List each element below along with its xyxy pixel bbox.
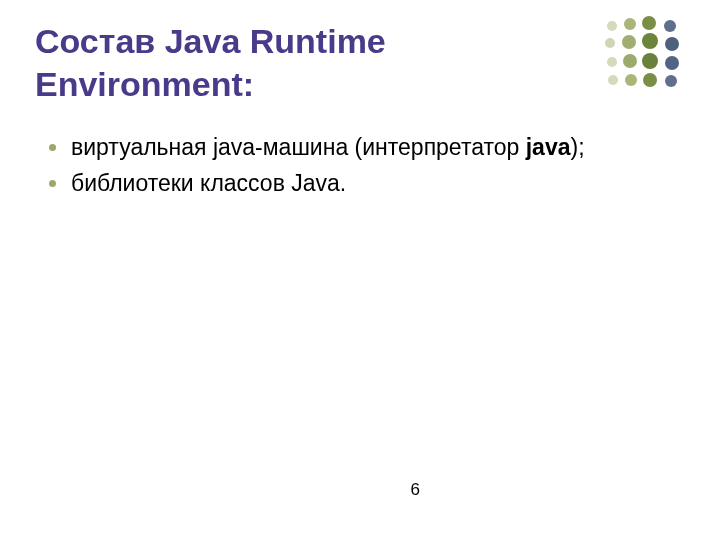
- decoration-dot: [665, 37, 679, 51]
- decoration-dot: [642, 16, 656, 30]
- decoration-dot: [623, 54, 637, 68]
- bullet-text-pre: виртуальная java-машина (интерпретатор: [71, 134, 526, 160]
- decoration-dot: [665, 75, 677, 87]
- bullet-text-pre: библиотеки классов Java.: [71, 170, 346, 196]
- corner-decoration: [582, 18, 702, 108]
- decoration-dot: [624, 18, 636, 30]
- decoration-dot: [608, 75, 618, 85]
- decoration-dot: [607, 21, 617, 31]
- slide: Состав Java Runtime Environment: виртуал…: [0, 0, 720, 540]
- bullet-text-bold: java: [526, 134, 571, 160]
- decoration-dot: [622, 35, 636, 49]
- page-number: 6: [411, 480, 420, 500]
- slide-title: Состав Java Runtime Environment:: [35, 20, 595, 105]
- decoration-dot: [625, 74, 637, 86]
- bullet-item: библиотеки классов Java.: [43, 169, 685, 199]
- decoration-dot: [664, 20, 676, 32]
- decoration-dot: [665, 56, 679, 70]
- bullet-text-post: );: [570, 134, 584, 160]
- decoration-dot: [643, 73, 657, 87]
- decoration-dot: [607, 57, 617, 67]
- bullet-item: виртуальная java-машина (интерпретатор j…: [43, 133, 685, 163]
- decoration-dot: [605, 38, 615, 48]
- decoration-dot: [642, 33, 658, 49]
- decoration-dot: [642, 53, 658, 69]
- bullet-list: виртуальная java-машина (интерпретатор j…: [35, 133, 685, 199]
